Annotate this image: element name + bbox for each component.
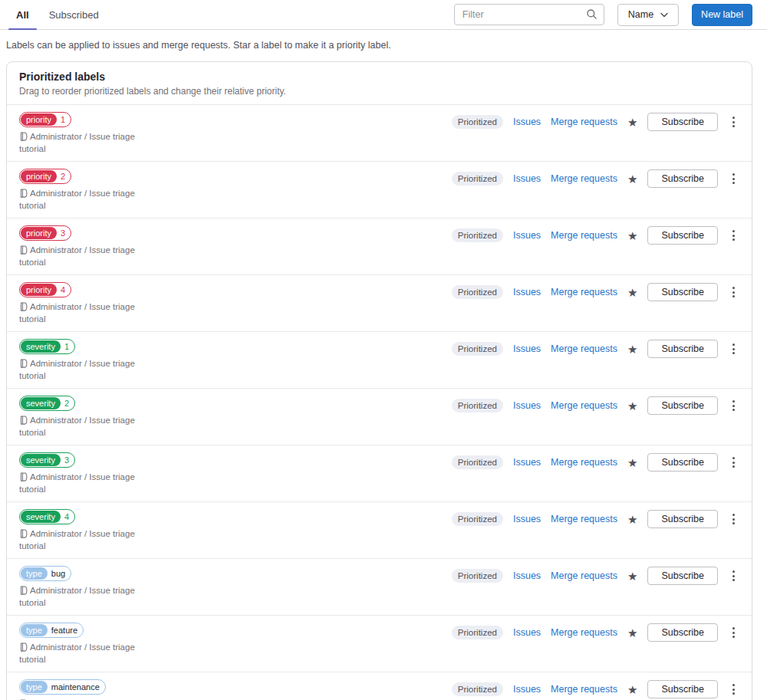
- merge-requests-link[interactable]: Merge requests: [551, 684, 617, 695]
- scoped-label[interactable]: priority 2: [19, 169, 71, 184]
- scoped-label-value: 2: [61, 397, 74, 409]
- scoped-label[interactable]: severity 3: [19, 452, 75, 468]
- issues-link[interactable]: Issues: [513, 117, 541, 127]
- star-icon[interactable]: ★: [627, 570, 637, 582]
- issues-link[interactable]: Issues: [513, 230, 541, 241]
- merge-requests-link[interactable]: Merge requests: [551, 400, 617, 411]
- merge-requests-link[interactable]: Merge requests: [551, 117, 617, 127]
- star-icon[interactable]: ★: [627, 117, 637, 128]
- scoped-label[interactable]: priority 1: [19, 112, 71, 127]
- issues-link[interactable]: Issues: [513, 287, 541, 297]
- project-icon: [19, 132, 28, 141]
- scoped-label[interactable]: severity 4: [19, 509, 75, 524]
- tab-subscribed[interactable]: Subscribed: [39, 0, 109, 29]
- scoped-label-key: type: [21, 567, 48, 580]
- scoped-label-key: type: [21, 624, 48, 636]
- kebab-menu-icon[interactable]: [728, 396, 739, 415]
- scoped-label-key: severity: [21, 454, 61, 466]
- subscribe-button[interactable]: Subscribe: [647, 680, 718, 698]
- scoped-label[interactable]: type maintenance: [19, 679, 106, 695]
- page-description: Labels can be applied to issues and merg…: [6, 40, 761, 51]
- kebab-menu-icon[interactable]: [728, 113, 739, 131]
- issues-link[interactable]: Issues: [513, 343, 541, 354]
- merge-requests-link[interactable]: Merge requests: [551, 173, 617, 184]
- issues-link[interactable]: Issues: [513, 457, 541, 468]
- merge-requests-link[interactable]: Merge requests: [551, 343, 617, 354]
- label-row: severity 4 Administrator / Issue triage …: [7, 502, 752, 559]
- subscribe-button[interactable]: Subscribe: [647, 510, 718, 528]
- star-icon[interactable]: ★: [627, 400, 637, 412]
- scoped-label[interactable]: type feature: [19, 623, 84, 638]
- label-row: priority 2 Administrator / Issue triage …: [7, 162, 752, 219]
- label-project: Administrator / Issue triage tutorial: [19, 244, 153, 268]
- star-icon[interactable]: ★: [627, 627, 637, 639]
- scoped-label[interactable]: priority 4: [19, 282, 71, 297]
- scoped-label-value: maintenance: [48, 681, 104, 693]
- project-icon: [19, 416, 28, 425]
- merge-requests-link[interactable]: Merge requests: [551, 627, 617, 638]
- scoped-label-key: type: [21, 681, 48, 693]
- subscribe-button[interactable]: Subscribe: [647, 623, 718, 642]
- label-project: Administrator / Issue triage tutorial: [19, 187, 153, 212]
- tab-all-label: All: [16, 9, 29, 21]
- issues-link[interactable]: Issues: [513, 514, 541, 524]
- merge-requests-link[interactable]: Merge requests: [551, 230, 617, 241]
- kebab-menu-icon[interactable]: [728, 623, 739, 642]
- scoped-label-value: 1: [57, 113, 70, 126]
- project-path: Administrator / Issue triage tutorial: [19, 586, 135, 607]
- subscribe-button[interactable]: Subscribe: [647, 567, 718, 585]
- kebab-menu-icon[interactable]: [728, 226, 739, 245]
- merge-requests-link[interactable]: Merge requests: [551, 514, 617, 524]
- scoped-label-value: 4: [57, 284, 70, 296]
- subscribe-button[interactable]: Subscribe: [647, 453, 718, 472]
- kebab-menu-icon[interactable]: [728, 567, 739, 585]
- issues-link[interactable]: Issues: [513, 400, 541, 411]
- label-project: Administrator / Issue triage tutorial: [19, 527, 153, 552]
- issues-link[interactable]: Issues: [513, 684, 541, 695]
- scoped-label[interactable]: type bug: [19, 566, 71, 581]
- subscribe-button[interactable]: Subscribe: [647, 169, 718, 188]
- filter-input[interactable]: [454, 4, 604, 25]
- merge-requests-link[interactable]: Merge requests: [551, 457, 617, 468]
- issues-link[interactable]: Issues: [513, 627, 541, 638]
- kebab-menu-icon[interactable]: [728, 510, 739, 528]
- kebab-menu-icon[interactable]: [728, 340, 739, 358]
- label-project: Administrator / Issue triage tutorial: [19, 130, 153, 155]
- label-project: Administrator / Issue triage tutorial: [19, 584, 153, 609]
- kebab-menu-icon[interactable]: [728, 453, 739, 472]
- subscribe-button[interactable]: Subscribe: [647, 113, 718, 131]
- sort-dropdown[interactable]: Name: [617, 4, 679, 26]
- scoped-label[interactable]: severity 2: [19, 396, 75, 411]
- tab-all[interactable]: All: [6, 0, 39, 29]
- scoped-label[interactable]: priority 3: [19, 225, 71, 241]
- scoped-label[interactable]: severity 1: [19, 339, 75, 354]
- label-info: severity 2 Administrator / Issue triage …: [19, 396, 153, 439]
- star-icon[interactable]: ★: [627, 684, 637, 695]
- subscribe-button[interactable]: Subscribe: [647, 226, 718, 245]
- card-title: Prioritized labels: [19, 71, 739, 83]
- merge-requests-link[interactable]: Merge requests: [551, 570, 617, 581]
- subscribe-button[interactable]: Subscribe: [647, 340, 718, 358]
- label-actions: Prioritized Issues Merge requests ★ Subs…: [452, 282, 739, 301]
- subscribe-button[interactable]: Subscribe: [647, 283, 718, 301]
- star-icon[interactable]: ★: [627, 514, 637, 525]
- merge-requests-link[interactable]: Merge requests: [551, 287, 617, 297]
- prioritized-badge: Prioritized: [452, 342, 503, 356]
- star-icon[interactable]: ★: [627, 343, 637, 355]
- prioritized-badge: Prioritized: [452, 399, 503, 412]
- star-icon[interactable]: ★: [627, 230, 637, 242]
- subscribe-button[interactable]: Subscribe: [647, 396, 718, 415]
- kebab-menu-icon[interactable]: [728, 169, 739, 188]
- label-row: severity 3 Administrator / Issue triage …: [7, 445, 752, 502]
- star-icon[interactable]: ★: [627, 287, 637, 298]
- new-label-button[interactable]: New label: [692, 4, 752, 26]
- label-row: priority 1 Administrator / Issue triage …: [7, 105, 752, 162]
- issues-link[interactable]: Issues: [513, 570, 541, 581]
- project-path: Administrator / Issue triage tutorial: [19, 529, 135, 550]
- kebab-menu-icon[interactable]: [728, 680, 739, 698]
- kebab-menu-icon[interactable]: [728, 283, 739, 301]
- label-info: priority 2 Administrator / Issue triage …: [19, 169, 153, 212]
- star-icon[interactable]: ★: [627, 173, 637, 185]
- star-icon[interactable]: ★: [627, 457, 637, 468]
- issues-link[interactable]: Issues: [513, 173, 541, 184]
